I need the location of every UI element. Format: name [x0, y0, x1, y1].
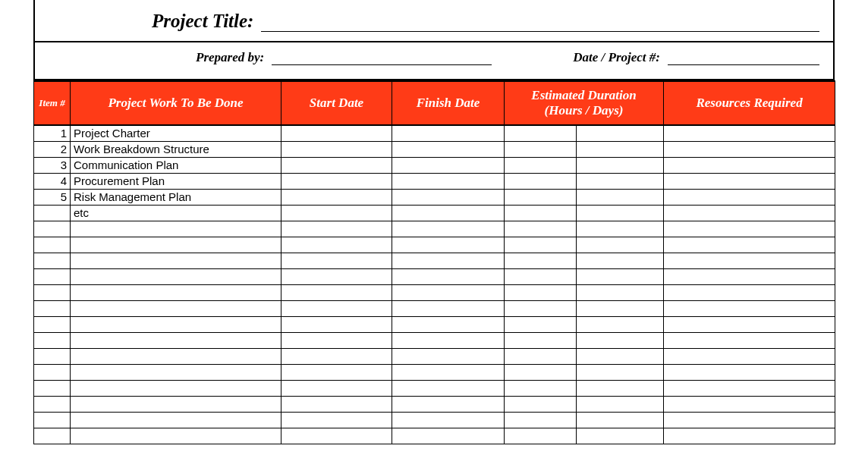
cell-duration-hours[interactable]	[505, 364, 577, 380]
cell-item-num[interactable]: 4	[34, 173, 71, 189]
cell-duration-days[interactable]	[577, 268, 664, 284]
cell-start-date[interactable]	[281, 173, 392, 189]
cell-resources[interactable]	[664, 173, 835, 189]
cell-work[interactable]	[71, 364, 281, 380]
cell-resources[interactable]	[664, 364, 835, 380]
cell-duration-days[interactable]	[577, 189, 664, 205]
cell-item-num[interactable]	[34, 253, 71, 268]
cell-work[interactable]: Procurement Plan	[71, 173, 281, 189]
cell-duration-days[interactable]	[577, 396, 664, 412]
cell-duration-hours[interactable]	[505, 237, 577, 253]
cell-item-num[interactable]: 2	[34, 141, 71, 157]
cell-work[interactable]	[71, 428, 281, 444]
cell-start-date[interactable]	[281, 268, 392, 284]
cell-item-num[interactable]	[34, 412, 71, 428]
cell-duration-hours[interactable]	[505, 412, 577, 428]
cell-duration-hours[interactable]	[505, 332, 577, 348]
cell-resources[interactable]	[664, 428, 835, 444]
cell-duration-days[interactable]	[577, 125, 664, 141]
cell-duration-days[interactable]	[577, 300, 664, 316]
cell-work[interactable]	[71, 221, 281, 237]
cell-work[interactable]	[71, 268, 281, 284]
cell-item-num[interactable]: 5	[34, 189, 71, 205]
cell-finish-date[interactable]	[392, 428, 505, 444]
cell-work[interactable]	[71, 253, 281, 268]
cell-finish-date[interactable]	[392, 237, 505, 253]
cell-work[interactable]	[71, 412, 281, 428]
cell-resources[interactable]	[664, 332, 835, 348]
cell-duration-days[interactable]	[577, 237, 664, 253]
cell-work[interactable]	[71, 348, 281, 364]
cell-resources[interactable]	[664, 125, 835, 141]
cell-item-num[interactable]	[34, 348, 71, 364]
cell-start-date[interactable]	[281, 205, 392, 221]
cell-duration-days[interactable]	[577, 348, 664, 364]
cell-duration-days[interactable]	[577, 157, 664, 173]
cell-resources[interactable]	[664, 141, 835, 157]
cell-duration-days[interactable]	[577, 412, 664, 428]
cell-item-num[interactable]	[34, 221, 71, 237]
project-title-input[interactable]	[261, 17, 819, 32]
cell-duration-days[interactable]	[577, 364, 664, 380]
cell-finish-date[interactable]	[392, 189, 505, 205]
cell-start-date[interactable]	[281, 253, 392, 268]
cell-work[interactable]	[71, 284, 281, 300]
cell-finish-date[interactable]	[392, 173, 505, 189]
cell-duration-hours[interactable]	[505, 284, 577, 300]
cell-item-num[interactable]	[34, 332, 71, 348]
cell-duration-hours[interactable]	[505, 396, 577, 412]
cell-item-num[interactable]	[34, 237, 71, 253]
cell-duration-hours[interactable]	[505, 205, 577, 221]
cell-start-date[interactable]	[281, 237, 392, 253]
cell-resources[interactable]	[664, 237, 835, 253]
cell-work[interactable]: Work Breakdown Structure	[71, 141, 281, 157]
cell-item-num[interactable]	[34, 268, 71, 284]
cell-finish-date[interactable]	[392, 157, 505, 173]
cell-work[interactable]	[71, 237, 281, 253]
cell-duration-hours[interactable]	[505, 428, 577, 444]
cell-finish-date[interactable]	[392, 268, 505, 284]
cell-resources[interactable]	[664, 348, 835, 364]
cell-start-date[interactable]	[281, 221, 392, 237]
cell-duration-hours[interactable]	[505, 253, 577, 268]
cell-finish-date[interactable]	[392, 396, 505, 412]
cell-resources[interactable]	[664, 253, 835, 268]
cell-item-num[interactable]	[34, 380, 71, 396]
cell-start-date[interactable]	[281, 364, 392, 380]
cell-finish-date[interactable]	[392, 221, 505, 237]
cell-duration-days[interactable]	[577, 205, 664, 221]
cell-duration-hours[interactable]	[505, 348, 577, 364]
cell-start-date[interactable]	[281, 125, 392, 141]
cell-duration-days[interactable]	[577, 173, 664, 189]
cell-duration-hours[interactable]	[505, 316, 577, 332]
cell-work[interactable]	[71, 332, 281, 348]
cell-start-date[interactable]	[281, 332, 392, 348]
cell-work[interactable]	[71, 380, 281, 396]
cell-item-num[interactable]	[34, 284, 71, 300]
cell-duration-days[interactable]	[577, 316, 664, 332]
cell-duration-days[interactable]	[577, 428, 664, 444]
cell-start-date[interactable]	[281, 396, 392, 412]
cell-duration-hours[interactable]	[505, 125, 577, 141]
cell-start-date[interactable]	[281, 284, 392, 300]
cell-resources[interactable]	[664, 380, 835, 396]
cell-finish-date[interactable]	[392, 284, 505, 300]
cell-finish-date[interactable]	[392, 253, 505, 268]
cell-work[interactable]	[71, 300, 281, 316]
cell-resources[interactable]	[664, 396, 835, 412]
cell-duration-hours[interactable]	[505, 380, 577, 396]
cell-duration-days[interactable]	[577, 380, 664, 396]
cell-finish-date[interactable]	[392, 332, 505, 348]
cell-item-num[interactable]	[34, 364, 71, 380]
cell-duration-hours[interactable]	[505, 157, 577, 173]
cell-duration-hours[interactable]	[505, 173, 577, 189]
cell-resources[interactable]	[664, 412, 835, 428]
cell-finish-date[interactable]	[392, 300, 505, 316]
cell-start-date[interactable]	[281, 300, 392, 316]
cell-start-date[interactable]	[281, 316, 392, 332]
cell-item-num[interactable]: 3	[34, 157, 71, 173]
cell-duration-hours[interactable]	[505, 300, 577, 316]
cell-resources[interactable]	[664, 316, 835, 332]
cell-resources[interactable]	[664, 205, 835, 221]
cell-item-num[interactable]	[34, 205, 71, 221]
